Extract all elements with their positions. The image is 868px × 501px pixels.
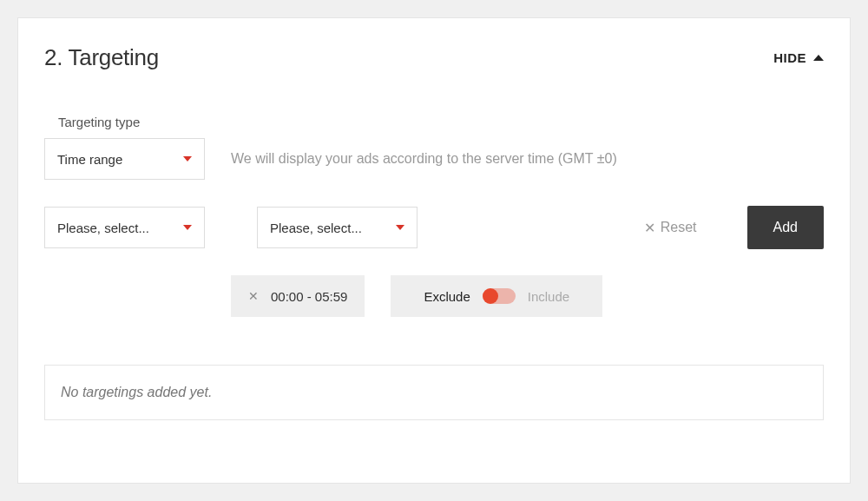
time-from-select[interactable]: Please, select... [44, 207, 205, 248]
toggle-include-label: Include [528, 289, 569, 304]
targeting-type-hint: We will display your ads according to th… [231, 151, 617, 167]
targeting-type-select[interactable]: Time range [44, 138, 205, 180]
reset-label: Reset [661, 220, 697, 235]
time-to-select[interactable]: Please, select... [257, 207, 418, 248]
chip-label: 00:00 - 05:59 [271, 289, 347, 304]
caret-down-icon [396, 225, 404, 230]
panel-title: 2. Targeting [44, 44, 159, 71]
hide-toggle[interactable]: HIDE [773, 50, 824, 65]
chevron-up-icon [813, 55, 824, 61]
targeting-type-row: Time range We will display your ads acco… [44, 138, 824, 180]
reset-button[interactable]: ✕ Reset [644, 220, 697, 236]
targeting-panel: 2. Targeting HIDE Targeting type Time ra… [17, 17, 851, 484]
chip-remove-icon[interactable]: ✕ [248, 289, 259, 303]
chips-row: ✕ 00:00 - 05:59 Exclude Include [231, 275, 824, 317]
panel-header: 2. Targeting HIDE [44, 44, 824, 71]
targeting-type-value: Time range [57, 152, 122, 167]
hide-label: HIDE [773, 50, 806, 65]
caret-down-icon [183, 225, 192, 230]
time-range-row: Please, select... Please, select... ✕ Re… [44, 206, 824, 249]
targeting-type-label: Targeting type [58, 115, 824, 129]
time-range-chip: ✕ 00:00 - 05:59 [231, 275, 365, 317]
time-from-placeholder: Please, select... [57, 221, 149, 235]
close-icon: ✕ [644, 220, 655, 236]
toggle-exclude-label: Exclude [424, 289, 470, 304]
exclude-include-toggle: Exclude Include [391, 275, 602, 317]
add-button[interactable]: Add [747, 206, 824, 249]
caret-down-icon [183, 156, 192, 162]
time-to-placeholder: Please, select... [270, 221, 362, 235]
switch-knob [483, 288, 498, 304]
empty-state: No targetings added yet. [44, 365, 824, 420]
toggle-switch[interactable] [483, 288, 516, 304]
